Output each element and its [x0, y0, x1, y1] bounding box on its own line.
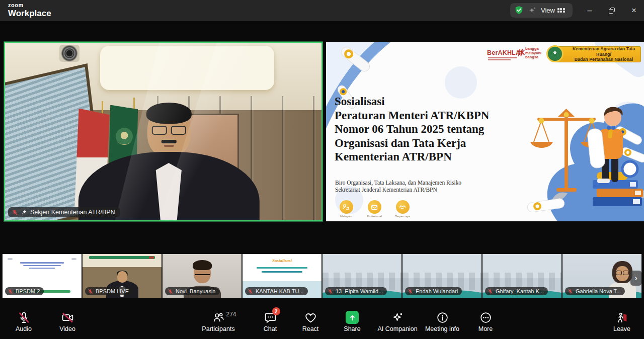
- meeting-info-button[interactable]: Meeting info: [420, 310, 464, 332]
- participant-tile-bpsdm2[interactable]: BPSDM 2: [3, 254, 82, 298]
- info-icon: [436, 310, 449, 324]
- muted-mic-icon: [568, 289, 573, 294]
- view-button[interactable]: View: [541, 7, 565, 14]
- minimize-icon: –: [588, 6, 592, 15]
- participant-nametag: BPSDM LIVE: [85, 287, 133, 295]
- ai-companion-status-icon[interactable]: [528, 6, 537, 15]
- pin-icon: [21, 209, 27, 215]
- close-button[interactable]: ×: [623, 0, 644, 21]
- leave-button[interactable]: Leave: [605, 310, 638, 332]
- more-ellipsis-icon: [479, 310, 492, 324]
- ministry-banner: Kementerian Agraria dan Tata Ruang/ Bada…: [553, 46, 641, 62]
- security-shield-icon[interactable]: [514, 6, 524, 15]
- participant-tile-bpsdm-live[interactable]: BPSDM LIVE: [83, 254, 162, 298]
- react-button[interactable]: React: [296, 310, 325, 332]
- camera-muted-icon: [61, 310, 74, 324]
- zoom-workplace-logo: zoom Workplace: [8, 3, 51, 18]
- participant-nametag: Endah Wulandari: [405, 287, 462, 295]
- muted-mic-icon: [328, 289, 333, 294]
- muted-mic-icon: [88, 289, 93, 294]
- slide-value-icons: Melayani Profesional Terpercaya: [336, 200, 413, 218]
- main-speaker-name: Sekjen Kementerian ATR/BPN: [30, 209, 115, 216]
- ministry-banner-line1: Kementerian Agraria dan Tata Ruang/: [567, 46, 640, 57]
- participant-nametag: 13_Elpita Wamild...: [325, 287, 387, 295]
- restore-button[interactable]: [601, 0, 623, 21]
- view-label: View: [541, 7, 555, 14]
- participants-button[interactable]: 274 Participants: [196, 310, 240, 332]
- restore-icon: [609, 8, 615, 14]
- bangga-melayani-bangsa-logo: bangga melayani bangsa: [525, 47, 541, 60]
- zoom-meeting-window: zoom Workplace View – ×: [0, 0, 644, 339]
- brand-zoom: zoom: [8, 3, 51, 8]
- filmstrip-next-button[interactable]: ›: [630, 271, 641, 286]
- muted-mic-icon: [168, 289, 173, 294]
- participant-tile-novi[interactable]: Novi_Banyuasin: [163, 254, 242, 298]
- title-bar: zoom Workplace View – ×: [0, 0, 644, 21]
- participant-nametag: BPSDM 2: [5, 287, 44, 295]
- chat-icon: 2: [264, 310, 277, 324]
- slide-illustration: [518, 70, 644, 221]
- video-button[interactable]: Video: [51, 310, 84, 332]
- muted-mic-icon: [488, 289, 493, 294]
- shared-screen-slide[interactable]: BerAKHLAK # bangga melayani bangsa Kemen…: [326, 42, 644, 221]
- minimize-button[interactable]: –: [579, 0, 601, 21]
- speaker-glasses: [151, 126, 186, 135]
- share-screen-icon: [346, 311, 359, 324]
- terpercaya-icon: [396, 200, 410, 214]
- muted-mic-icon: [408, 289, 413, 294]
- more-button[interactable]: More: [471, 310, 500, 332]
- share-button[interactable]: Share: [338, 310, 366, 332]
- participant-nametag: Gabriella Nova T...: [565, 287, 625, 295]
- profesional-icon: [368, 200, 381, 214]
- slide-subtitle: Biro Organisasi, Tata Laksana, dan Manaj…: [335, 179, 461, 193]
- ministry-banner-line2: Badan Pertanahan Nasional: [567, 57, 640, 62]
- ai-companion-button[interactable]: AI Companion: [375, 310, 420, 332]
- main-speaker-video[interactable]: Sekjen Kementerian ATR/BPN: [4, 42, 323, 221]
- melayani-icon: [340, 200, 353, 214]
- slide-title: Sosialisasi Peraturan Menteri ATR/KBPN N…: [335, 95, 489, 164]
- participant-nametag: Ghifary_Kantah K...: [485, 287, 548, 295]
- mic-muted-icon: [18, 310, 30, 324]
- speaker-figure: [78, 106, 259, 221]
- slide-header-logos: BerAKHLAK # bangga melayani bangsa Kemen…: [487, 45, 641, 66]
- meeting-toolbar: Audio Video 274 Participants 2 Chat: [0, 307, 644, 339]
- titlebar-status-pill: View: [510, 3, 573, 18]
- muted-mic-icon: [8, 289, 13, 294]
- chat-button[interactable]: 2 Chat: [256, 310, 284, 332]
- participant-nametag: KANTAH KAB TU...: [245, 287, 308, 295]
- chat-unread-badge: 2: [272, 307, 280, 315]
- bangga-hash-logo: #: [517, 46, 523, 59]
- participant-filmstrip: BPSDM 2 BPSDM LIVE Novi_Banyuasin Sosial…: [0, 254, 644, 298]
- participant-tile-gabriella[interactable]: Gabriella Nova T...: [562, 254, 641, 298]
- muted-mic-icon: [248, 289, 253, 294]
- participant-tile-endah[interactable]: Endah Wulandari: [403, 254, 481, 298]
- participant-tile-kantah[interactable]: Sosialisasi KANTAH KAB TU...: [243, 254, 321, 298]
- chevron-right-icon: ›: [634, 273, 637, 283]
- brand-workplace: Workplace: [8, 9, 51, 18]
- heart-react-icon: [304, 310, 317, 324]
- ai-companion-icon: [391, 310, 404, 324]
- participants-icon: 274: [212, 310, 225, 324]
- atr-bpn-logo: [546, 45, 564, 62]
- participant-nametag: Novi_Banyuasin: [165, 287, 220, 295]
- view-grid-icon: [557, 8, 565, 13]
- muted-mic-icon: [12, 209, 18, 216]
- participant-tile-ghifary[interactable]: Ghifary_Kantah K...: [482, 254, 561, 298]
- close-icon: ×: [631, 6, 636, 16]
- main-speaker-nametag: Sekjen Kementerian ATR/BPN: [8, 207, 120, 217]
- audio-button[interactable]: Audio: [7, 310, 40, 332]
- participant-tile-elpita[interactable]: 13_Elpita Wamild...: [323, 254, 401, 298]
- participants-count: 274: [226, 311, 236, 318]
- leave-door-icon: [616, 310, 628, 324]
